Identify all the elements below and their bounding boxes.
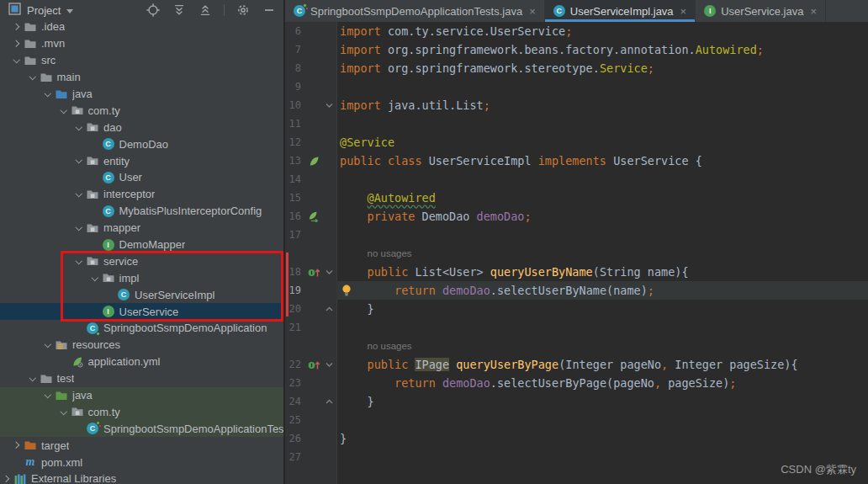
tree-item-mapper[interactable]: mapper (0, 220, 283, 237)
tree-item-src[interactable]: src (0, 52, 283, 69)
line-number: 7 (285, 44, 305, 56)
tree-item-service[interactable]: service (0, 253, 283, 269)
fold-up-icon[interactable] (325, 305, 334, 314)
tree-item-entity[interactable]: entity (0, 152, 283, 169)
code-text[interactable]: @Autowired (336, 189, 868, 207)
tree-item-com-ty[interactable]: com.ty (0, 102, 283, 119)
tree-item-springbootssmpdemoapplicationtests[interactable]: CSpringbootSsmpDemoApplicationTests (0, 420, 283, 437)
spring-bean-icon[interactable] (309, 156, 320, 167)
code-text[interactable]: return demoDao.selectUserByPage(pageNo, … (336, 374, 868, 392)
code-text[interactable]: public List<User> queryUserByName(String… (336, 263, 868, 281)
code-text[interactable]: public class UserServiceImpl implements … (336, 152, 868, 170)
inlay-hint[interactable]: no usages (336, 337, 868, 355)
chevron-down-icon[interactable] (88, 271, 102, 285)
chevron-right-icon[interactable] (10, 20, 24, 34)
chevron-down-icon[interactable] (72, 221, 86, 235)
tab-springbootssmpdemoapplicationtests-java[interactable]: CSpringbootSsmpDemoApplicationTests.java… (285, 0, 545, 22)
expand-all-button[interactable] (172, 3, 187, 18)
tab-userserviceimpl-java[interactable]: CUserServiceImpl.java× (545, 0, 696, 22)
tree-item-dao[interactable]: dao (0, 119, 283, 136)
chevron-down-icon[interactable] (72, 120, 86, 134)
tree-item-mybatisplusinterceptorconfig[interactable]: CMybatisPlusInterceptorConfig (0, 203, 283, 220)
chevron-down-icon[interactable] (72, 154, 86, 168)
tree-item-external-libraries[interactable]: External Libraries (0, 471, 283, 484)
tree-item-impl[interactable]: impl (0, 269, 283, 286)
inlay-hint-row: no usages (285, 244, 868, 263)
token (449, 358, 456, 371)
tree-item-demodao[interactable]: CDemoDao (0, 136, 283, 152)
tree-item-main[interactable]: main (0, 69, 283, 86)
tree-item-application-yml[interactable]: application.yml (0, 354, 283, 370)
chevron-right-icon[interactable] (0, 472, 13, 484)
tree-item-com-ty[interactable]: com.ty (0, 403, 283, 420)
tree-item-java[interactable]: java (0, 86, 283, 103)
tree-item-interceptor[interactable]: interceptor (0, 186, 283, 203)
spring-autowired-icon[interactable] (308, 211, 320, 222)
chevron-down-icon[interactable] (26, 372, 40, 386)
tree-item-demomapper[interactable]: IDemoMapper (0, 237, 283, 253)
code-text[interactable]: import org.springframework.beans.factory… (336, 40, 868, 59)
code-text[interactable] (336, 411, 868, 429)
chevron-down-icon[interactable] (72, 188, 86, 201)
override-method-icon[interactable] (308, 359, 320, 370)
chevron-down-icon[interactable] (41, 88, 55, 101)
hide-panel-button[interactable] (262, 3, 277, 18)
override-method-icon[interactable] (308, 267, 320, 278)
code-text[interactable] (336, 114, 868, 133)
chevron-right-icon[interactable] (10, 439, 24, 452)
tab-userservice-java[interactable]: IUserService.java× (696, 0, 826, 22)
chevron-down-icon[interactable] (57, 405, 71, 418)
chevron-spacer (10, 455, 24, 469)
maven-icon: m (26, 455, 35, 469)
tree-item-test[interactable]: test (0, 370, 283, 387)
code-text[interactable]: } (336, 429, 868, 448)
code-text[interactable]: import com.ty.service.UserService; (336, 22, 868, 40)
chevron-down-icon[interactable] (57, 104, 71, 117)
select-opened-file-button[interactable] (146, 3, 161, 18)
code-text[interactable]: return demoDao.selectUserByName(name); (336, 281, 868, 300)
project-view-switcher[interactable]: Project (8, 3, 73, 18)
close-icon[interactable]: × (810, 5, 817, 18)
tree-item--idea[interactable]: .idea (0, 19, 283, 35)
intention-bulb-icon[interactable] (341, 285, 352, 299)
code-text[interactable] (336, 226, 868, 244)
tree-item-userserviceimpl[interactable]: CUserServiceImpl (0, 286, 283, 303)
settings-button[interactable] (236, 3, 251, 18)
code-text[interactable] (336, 170, 868, 189)
tree-item-resources[interactable]: resources (0, 337, 283, 354)
chevron-right-icon[interactable] (10, 37, 24, 51)
close-icon[interactable]: × (529, 5, 536, 18)
tree-item-label: application.yml (88, 355, 161, 368)
collapse-all-button[interactable] (198, 3, 213, 18)
fold-up-icon[interactable] (325, 397, 334, 407)
chevron-down-icon[interactable] (26, 71, 40, 84)
code-text[interactable] (336, 77, 868, 96)
code-text[interactable]: import org.springframework.stereotype.Se… (336, 59, 868, 77)
close-icon[interactable]: × (680, 5, 687, 18)
code-text[interactable]: public IPage queryUserByPage(Integer pag… (336, 355, 868, 374)
tree-item-target[interactable]: target (0, 437, 283, 454)
interface-icon: I (103, 239, 114, 251)
inlay-hint[interactable]: no usages (336, 244, 868, 263)
code-text[interactable]: @Service (336, 133, 868, 152)
chevron-down-icon[interactable] (41, 389, 55, 402)
chevron-down-icon[interactable] (41, 338, 55, 352)
code-text[interactable]: import java.util.List; (336, 96, 868, 114)
chevron-down-icon[interactable] (10, 54, 24, 67)
fold-down-icon[interactable] (325, 101, 334, 110)
code-text[interactable] (336, 318, 868, 337)
tree-item-user[interactable]: CUser (0, 169, 283, 186)
fold-down-icon[interactable] (325, 268, 334, 277)
tree-item-pom-xml[interactable]: mpom.xml (0, 454, 283, 471)
tree-item-userservice[interactable]: IUserService (0, 303, 283, 320)
code-text[interactable]: private DemoDao demoDao; (336, 207, 868, 226)
tree-item-label: service (103, 255, 138, 268)
code-text[interactable]: } (336, 392, 868, 411)
code-text[interactable]: } (336, 300, 868, 318)
tree-item-springbootssmpdemoapplication[interactable]: CSpringbootSsmpDemoApplication (0, 320, 283, 337)
fold-down-icon[interactable] (325, 360, 334, 370)
tree-item-java[interactable]: java (0, 387, 283, 404)
tree-item--mvn[interactable]: .mvn (0, 35, 283, 52)
chevron-down-icon[interactable] (72, 254, 86, 268)
code-line: 22 public IPage queryUserByPage(Integer … (285, 355, 868, 374)
